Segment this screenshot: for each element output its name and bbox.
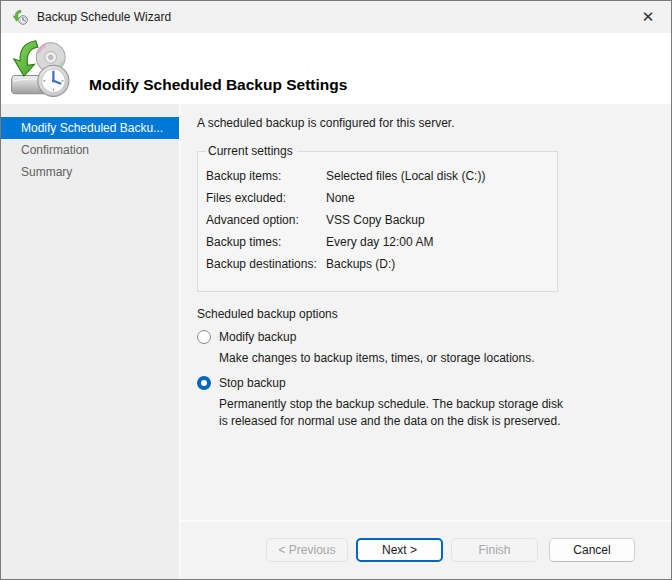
window-title: Backup Schedule Wizard	[37, 10, 171, 24]
next-button[interactable]: Next >	[356, 538, 443, 562]
stop-backup-description: Permanently stop the backup schedule. Th…	[219, 396, 566, 430]
previous-button[interactable]: < Previous	[266, 538, 348, 562]
title-bar: Backup Schedule Wizard ✕	[1, 1, 671, 33]
modify-backup-radio[interactable]	[197, 330, 211, 344]
backup-drive-clock-icon	[9, 38, 71, 98]
options-heading: Scheduled backup options	[197, 307, 593, 321]
finish-button[interactable]: Finish	[451, 538, 538, 562]
setting-value: VSS Copy Backup	[326, 213, 549, 227]
backup-wizard-icon	[12, 9, 28, 25]
current-settings-groupbox: Current settings Backup items: Selected …	[197, 144, 558, 292]
stop-backup-radio-label[interactable]: Stop backup	[219, 376, 286, 390]
setting-label: Files excluded:	[206, 191, 326, 205]
wizard-steps-sidebar: Modify Scheduled Backu... Confirmation S…	[1, 104, 179, 579]
sidebar-item-confirmation[interactable]: Confirmation	[1, 139, 179, 161]
setting-label: Backup items:	[206, 169, 326, 183]
wizard-header: Modify Scheduled Backup Settings	[1, 33, 671, 104]
stop-backup-radio[interactable]	[197, 376, 211, 390]
footer-divider	[181, 520, 671, 522]
sidebar-item-modify-scheduled-backup[interactable]: Modify Scheduled Backu...	[1, 117, 179, 139]
page-title: Modify Scheduled Backup Settings	[89, 76, 347, 94]
setting-label: Backup times:	[206, 235, 326, 249]
setting-value: Selected files (Local disk (C:))	[326, 169, 549, 183]
modify-backup-radio-label[interactable]: Modify backup	[219, 330, 296, 344]
setting-label: Advanced option:	[206, 213, 326, 227]
setting-row-advanced-option: Advanced option: VSS Copy Backup	[206, 213, 549, 227]
stop-backup-radio-row[interactable]: Stop backup	[197, 376, 593, 390]
modify-backup-radio-row[interactable]: Modify backup	[197, 330, 593, 344]
cancel-button[interactable]: Cancel	[549, 538, 635, 562]
setting-value: Every day 12:00 AM	[326, 235, 549, 249]
sidebar-item-summary[interactable]: Summary	[1, 161, 179, 183]
intro-text: A scheduled backup is configured for thi…	[197, 116, 454, 130]
sidebar-divider	[179, 104, 181, 579]
modify-backup-description: Make changes to backup items, times, or …	[219, 350, 566, 367]
close-button[interactable]: ✕	[625, 1, 671, 33]
backup-schedule-wizard-window: Backup Schedule Wizard ✕	[0, 0, 672, 580]
setting-row-files-excluded: Files excluded: None	[206, 191, 549, 205]
setting-value: Backups (D:)	[326, 257, 549, 271]
setting-row-backup-items: Backup items: Selected files (Local disk…	[206, 169, 549, 183]
setting-row-backup-destinations: Backup destinations: Backups (D:)	[206, 257, 549, 271]
setting-row-backup-times: Backup times: Every day 12:00 AM	[206, 235, 549, 249]
setting-label: Backup destinations:	[206, 257, 326, 271]
current-settings-legend: Current settings	[206, 144, 297, 158]
setting-value: None	[326, 191, 549, 205]
scheduled-backup-options: Scheduled backup options Modify backup M…	[197, 307, 593, 430]
